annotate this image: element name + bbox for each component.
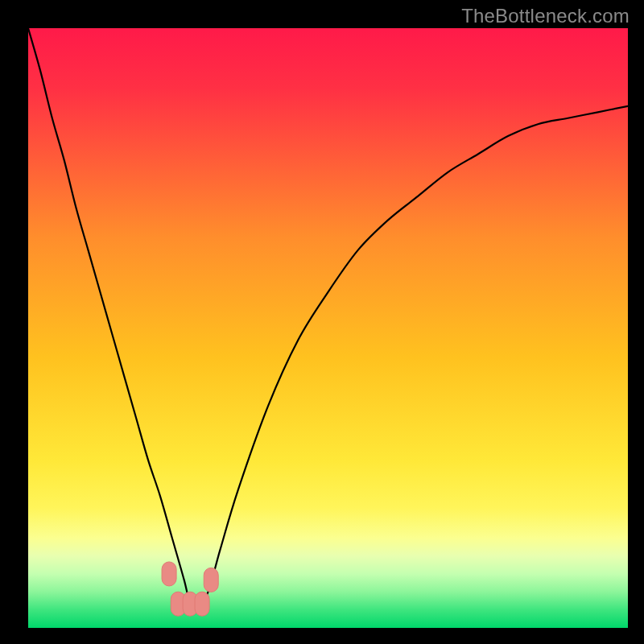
gradient-background (28, 28, 628, 628)
watermark-text: TheBottleneck.com (461, 5, 630, 27)
curve-marker (195, 592, 209, 616)
curve-marker (204, 568, 218, 592)
plot-area (28, 28, 628, 628)
curve-marker (162, 562, 176, 586)
chart-frame: TheBottleneck.com (0, 0, 644, 644)
chart-svg (28, 28, 628, 628)
